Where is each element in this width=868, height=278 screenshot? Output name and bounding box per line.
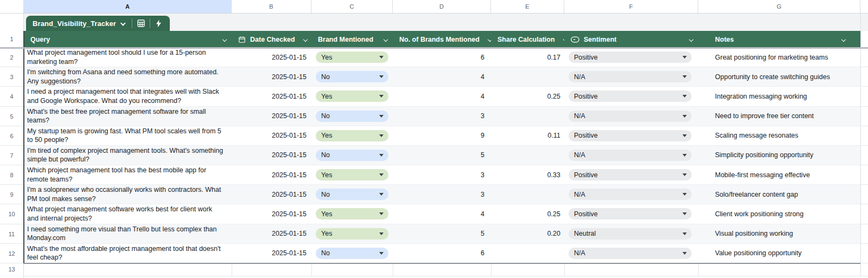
query-cell[interactable]: My startup team is growing fast. What PM… [24, 126, 232, 145]
date-checked-cell[interactable]: 2025-01-15 [232, 244, 311, 263]
date-checked-cell[interactable]: 2025-01-15 [232, 107, 311, 126]
header-query[interactable]: Query [24, 31, 232, 48]
num-brands-cell[interactable]: 6 [393, 244, 491, 263]
sentiment-dropdown[interactable]: Positive [569, 90, 692, 102]
share-calculation-cell[interactable]: 0.33 [491, 165, 564, 184]
brand-mentioned-dropdown[interactable]: Yes [316, 228, 388, 240]
brand-mentioned-dropdown[interactable]: Yes [316, 130, 388, 141]
brand-mentioned-dropdown[interactable]: Yes [316, 90, 388, 102]
row-number-2[interactable]: 2 [0, 48, 23, 67]
query-cell[interactable]: I'm tired of complex project management … [24, 146, 232, 165]
num-brands-cell[interactable]: 9 [393, 126, 491, 145]
num-brands-cell[interactable]: 5 [393, 224, 491, 243]
chevron-down-icon[interactable] [488, 37, 491, 41]
notes-cell[interactable]: Integration messaging working [698, 87, 860, 106]
num-brands-cell[interactable]: 3 [393, 107, 491, 126]
sheet-tab[interactable]: Brand_Visibility_Tracker [26, 16, 170, 31]
notes-cell[interactable]: Great positioning for marketing teams [698, 48, 860, 67]
notes-cell[interactable]: Need to improve free tier content [698, 107, 860, 126]
row-number-9[interactable]: 9 [0, 185, 23, 204]
column-letter-A[interactable]: A [24, 0, 232, 13]
row-number-12[interactable]: 12 [0, 244, 23, 263]
notes-cell[interactable]: Value positioning opportunity [698, 244, 860, 263]
date-checked-cell[interactable]: 2025-01-15 [232, 146, 311, 165]
notes-cell[interactable]: Opportunity to create switching guides [698, 67, 860, 86]
chevron-down-icon[interactable] [563, 37, 564, 41]
share-calculation-cell[interactable] [491, 107, 564, 126]
notes-cell[interactable]: Scaling message resonates [698, 126, 860, 145]
query-cell[interactable]: Which project management tool has the be… [24, 165, 232, 184]
share-calculation-cell[interactable]: 0.11 [491, 126, 564, 145]
chevron-down-icon[interactable] [689, 37, 693, 41]
header-date-checked[interactable]: Date Checked [232, 31, 311, 48]
sentiment-dropdown[interactable]: Positive [569, 208, 692, 219]
num-brands-cell[interactable]: 4 [393, 87, 491, 106]
sentiment-dropdown[interactable]: Positive [569, 51, 692, 63]
quick-actions-button[interactable] [150, 16, 168, 31]
query-cell[interactable]: What's the most affordable project manag… [24, 244, 232, 263]
chevron-down-icon[interactable] [222, 37, 227, 41]
date-checked-cell[interactable]: 2025-01-15 [232, 67, 311, 86]
query-cell[interactable]: I'm switching from Asana and need someth… [24, 67, 232, 86]
brand-mentioned-dropdown[interactable]: No [316, 111, 388, 122]
header-brand-mentioned[interactable]: Brand Mentioned [311, 31, 393, 48]
share-calculation-cell[interactable] [491, 185, 564, 204]
sentiment-dropdown[interactable]: N/A [569, 189, 692, 200]
notes-cell[interactable]: Client work positioning strong [698, 204, 860, 223]
sentiment-dropdown[interactable]: N/A [569, 248, 692, 259]
brand-mentioned-dropdown[interactable]: No [316, 71, 388, 82]
header-num-brands[interactable]: No. of Brands Mentioned [393, 31, 491, 48]
row-number-3[interactable]: 3 [0, 67, 23, 87]
column-letter-E[interactable]: E [491, 0, 564, 13]
query-cell[interactable]: What project management tool should I us… [24, 48, 232, 67]
row-number-7[interactable]: 7 [0, 146, 23, 165]
notes-cell[interactable]: Solo/freelancer content gap [698, 185, 860, 204]
brand-mentioned-dropdown[interactable]: Yes [316, 169, 388, 180]
num-brands-cell[interactable]: 4 [393, 67, 491, 86]
column-letter-G[interactable]: G [698, 0, 860, 13]
share-calculation-cell[interactable]: 0.25 [491, 204, 564, 223]
share-calculation-cell[interactable]: 0.20 [491, 224, 564, 243]
column-letter-F[interactable]: F [564, 0, 698, 13]
table-view-button[interactable] [132, 16, 150, 31]
brand-mentioned-dropdown[interactable]: No [316, 189, 388, 200]
row-number-11[interactable]: 11 [0, 224, 23, 244]
brand-mentioned-dropdown[interactable]: Yes [316, 208, 388, 219]
chevron-down-icon[interactable] [303, 37, 307, 41]
date-checked-cell[interactable]: 2025-01-15 [232, 185, 311, 204]
query-cell[interactable]: I need something more visual than Trello… [24, 224, 232, 243]
query-cell[interactable]: What's the best free project management … [24, 107, 232, 126]
row-number-4[interactable]: 4 [0, 87, 23, 106]
date-checked-cell[interactable]: 2025-01-15 [232, 224, 311, 243]
query-cell[interactable]: What project management software works b… [24, 204, 232, 223]
date-checked-cell[interactable]: 2025-01-15 [232, 126, 311, 145]
brand-mentioned-dropdown[interactable]: No [316, 248, 388, 259]
date-checked-cell[interactable]: 2025-01-15 [232, 204, 311, 223]
row-number-5[interactable]: 5 [0, 107, 23, 126]
row-number-1[interactable]: 1 [0, 31, 23, 48]
column-letter-B[interactable]: B [232, 0, 311, 13]
share-calculation-cell[interactable]: 0.25 [491, 87, 564, 106]
sentiment-dropdown[interactable]: N/A [569, 111, 692, 122]
chevron-down-icon[interactable] [841, 37, 846, 41]
column-letter-D[interactable]: D [393, 0, 491, 13]
num-brands-cell[interactable]: 3 [393, 165, 491, 184]
num-brands-cell[interactable]: 5 [393, 146, 491, 165]
brand-mentioned-dropdown[interactable]: Yes [316, 51, 388, 63]
date-checked-cell[interactable]: 2025-01-15 [232, 165, 311, 184]
date-checked-cell[interactable]: 2025-01-15 [232, 48, 311, 67]
num-brands-cell[interactable]: 3 [393, 185, 491, 204]
share-calculation-cell[interactable] [491, 146, 564, 165]
share-calculation-cell[interactable] [491, 244, 564, 263]
sentiment-dropdown[interactable]: N/A [569, 71, 692, 82]
sentiment-dropdown[interactable]: N/A [569, 150, 692, 161]
num-brands-cell[interactable]: 4 [393, 204, 491, 223]
row-number-10[interactable]: 10 [0, 204, 23, 224]
column-letter-C[interactable]: C [311, 0, 393, 13]
frozen-row-divider[interactable] [0, 47, 868, 49]
notes-cell[interactable]: Visual positioning working [698, 224, 860, 243]
share-calculation-cell[interactable] [491, 67, 564, 86]
date-checked-cell[interactable]: 2025-01-15 [232, 87, 311, 106]
notes-cell[interactable]: Mobile-first messaging effective [698, 165, 860, 184]
sentiment-dropdown[interactable]: Positive [569, 169, 692, 180]
